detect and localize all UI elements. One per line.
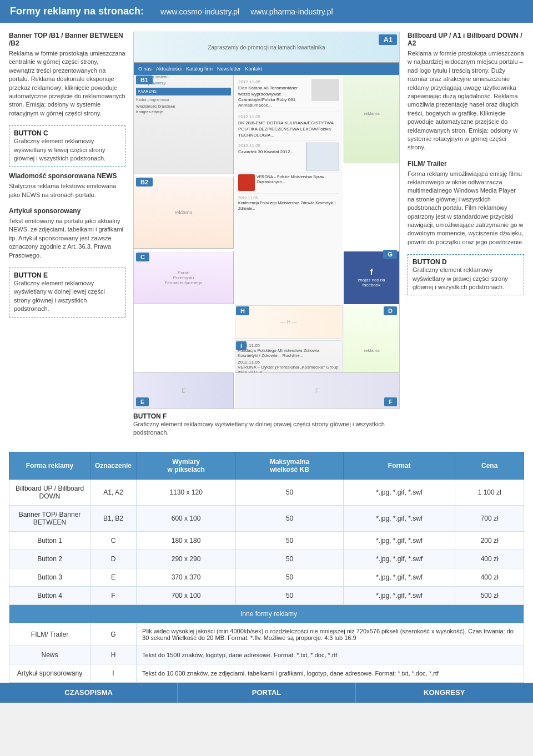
table-cell: 50 [236,531,344,550]
billboard-title: Billboard UP / A1 i Billboard DOWN / A2 [408,32,524,47]
news-section: Wiadomość sponsorowana NEWS Statyczna re… [9,172,125,199]
col-max-kb: Maksymalnawielkość KB [236,452,344,479]
button-c-box: BUTTON C Graficzny element reklamowy wyś… [9,125,125,167]
banner-top-section: Banner TOP /B1 / Banner BETWEEN /B2 Rekl… [9,32,125,118]
table-cell: 370 x 370 [137,568,236,586]
table-cell: *.jpg, *.gif, *.swf [344,550,455,568]
button-f-label: BUTTON F [133,412,400,420]
button-d-label: BUTTON D [413,258,519,266]
artykul-title: Artykuł sponsorowany [9,207,125,215]
nav-item-3: Katalog firm [186,66,213,72]
button-e-box: BUTTON E Graficzny element reklamowy wyś… [9,268,125,317]
table-cell: 400 zł [455,550,524,568]
label-d: D [384,306,397,315]
table-row: Banner TOP/ Banner BETWEENB1, B2600 x 10… [9,505,524,531]
main-content: Banner TOP /B1 / Banner BETWEEN /B2 Rekl… [0,23,533,446]
label-a1: A1 [379,34,397,45]
label-b2: B2 [136,178,153,187]
label-g: G [383,250,397,259]
nav-item-1: O nas [138,66,152,72]
col-oznaczenie: Oznaczenie [90,452,137,479]
table-row: Billboard UP / Billboard DOWNA1, A21130 … [9,479,524,505]
table-cell: 600 x 100 [137,505,236,531]
banner-top-title: Banner TOP /B1 / Banner BETWEEN /B2 [9,32,125,47]
pricing-table: Forma reklamy Oznaczenie Wymiaryw piksel… [9,452,524,683]
table-row: Button 2D290 x 29050*.jpg, *.gif, *.swf4… [9,550,524,568]
special-row-desc: Tekst do 1500 znaków, logotyp, dane adre… [137,646,524,664]
button-d-box: BUTTON D Graficzny element reklamowy wyś… [408,254,524,295]
table-cell: 1 100 zł [455,479,524,505]
table-cell: B1, B2 [90,505,137,531]
banner-b2-area: reklama [134,177,234,249]
special-table-row: Artykuł sponsorowanyITekst do 10 000 zna… [9,664,524,682]
url2[interactable]: www.pharma-industry.pl [250,7,333,16]
special-row-desc: Plik wideo wysokiej jakości (min 4000kb/… [137,623,524,646]
table-section: Forma reklamy Oznaczenie Wymiaryw piksel… [0,446,533,683]
special-row-code: I [90,664,137,682]
table-cell: *.jpg, *.gif, *.swf [344,505,455,531]
table-cell: 50 [236,586,344,604]
banner-h-area: — H — [235,305,343,339]
table-cell: 290 x 290 [137,550,236,568]
table-cell: C [90,531,137,550]
table-cell: Button 4 [9,586,90,604]
table-cell: *.jpg, *.gif, *.swf [344,586,455,604]
table-cell: D [90,550,137,568]
billboard-section: Billboard UP / A1 i Billboard DOWN / A2 … [408,32,524,152]
table-cell: 200 zł [455,531,524,550]
button-d-text: Graficzny element reklamowy wyświetlany … [413,266,519,291]
button-e-label: BUTTON E [14,271,120,279]
site-nav: O nas Aktualności Katalog firm Newslette… [134,63,399,75]
button-e-text: Graficzny element reklamowy wyświetlany … [14,279,120,314]
table-cell: *.jpg, *.gif, *.swf [344,568,455,586]
table-cell: 500 zł [455,586,524,604]
nav-item-2: Aktualności [156,66,182,72]
table-cell: 50 [236,505,344,531]
special-row-code: H [90,646,137,664]
film-title: FILM/ Trailer [408,160,524,168]
special-row-name: Artykuł sponsorowany [9,664,90,682]
film-section: FILM/ Trailer Forma reklamy umożliwiając… [408,160,524,247]
button-c-text: Graficzny element reklamowy wyświetlany … [14,137,120,163]
page-title: Formy reklamy na stronach: [10,6,144,17]
table-row: Button 1C180 x 18050*.jpg, *.gif, *.swf2… [9,531,524,550]
center-column: Zapraszamy do promocji na łamach kwartal… [133,32,400,437]
table-cell: 1130 x 120 [137,479,236,505]
url1[interactable]: www.cosmo-industry.pl [160,7,239,16]
banner-f-area: F [235,372,399,409]
table-cell: 50 [236,550,344,568]
inne-formy-row: Inne formy reklamy [9,604,524,623]
table-cell: F [90,586,137,604]
table-cell: Button 3 [9,568,90,586]
footer-item-kongresy[interactable]: KONGRESY [356,683,533,703]
table-cell: 180 x 180 [137,531,236,550]
button-c-label: BUTTON C [14,129,120,137]
table-cell: Billboard UP / Billboard DOWN [9,479,90,505]
table-cell: 50 [236,479,344,505]
special-row-code: G [90,623,137,646]
facebook-area: f znajdź nas nafacebook [344,251,399,304]
nav-item-4: Newsletter [217,66,241,72]
col-cena: Cena [455,452,524,479]
label-b1: B1 [136,75,153,84]
banner-top-text: Reklama w formie prostokąta umieszczana … [9,49,125,118]
special-row-name: FILM/ Trailer [9,623,90,646]
special-table-row: FILM/ TrailerGPlik wideo wysokiej jakośc… [9,623,524,646]
artykul-text: Tekst emitowany na portalu jako aktualny… [9,217,125,260]
table-cell: *.jpg, *.gif, *.swf [344,531,455,550]
table-cell: 700 x 100 [137,586,236,604]
header: Formy reklamy na stronach: www.cosmo-ind… [0,0,533,23]
button-f-area: BUTTON F Graficzny element reklamowy wyś… [133,412,400,437]
special-table-row: NewsHTekst do 1500 znaków, logotyp, dane… [9,646,524,664]
news-text: Statyczna reklama tekstowa emitowana jak… [9,182,125,199]
special-row-name: News [9,646,90,664]
main-content-area: 2012.11.05 Elan Katana 48 Tensmontaner w… [235,63,343,319]
footer-item-portal[interactable]: PORTAL [178,683,355,703]
news-title: Wiadomość sponsorowana NEWS [9,172,125,180]
billboard-text: Reklama w formie prostokąta umieszczona … [408,49,524,152]
button-f-text: Graficzny element reklamowy wyświetlany … [133,420,400,437]
footer-item-czasopisma[interactable]: CZASOPISMA [0,683,178,703]
label-c: C [136,253,149,261]
nav-item-5: Kontakt [245,66,263,72]
footer: CZASOPISMA PORTAL KONGRESY [0,683,533,703]
